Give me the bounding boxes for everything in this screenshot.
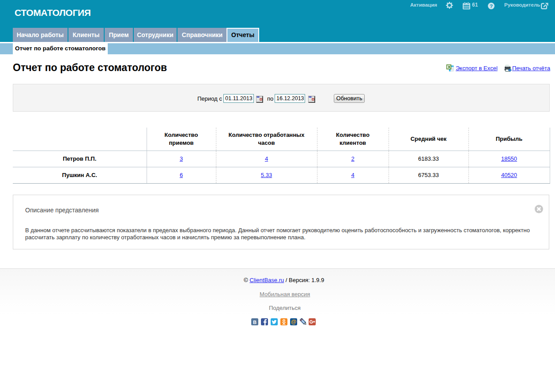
svg-text:В: В — [253, 320, 257, 325]
svg-text:@: @ — [291, 319, 296, 325]
svg-text:?: ? — [490, 3, 493, 9]
